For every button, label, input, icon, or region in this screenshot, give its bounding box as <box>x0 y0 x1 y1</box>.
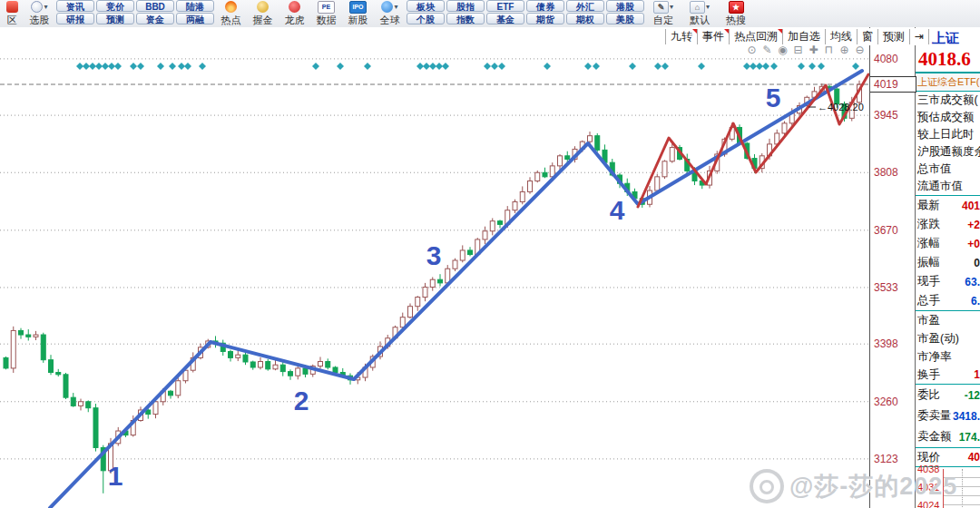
toolbar-label-数据[interactable]: 数据 <box>317 14 337 26</box>
toolbar-item-期权[interactable]: 外汇期权 <box>565 0 605 24</box>
signal-diamond-icon <box>199 63 206 70</box>
chart-tab-热点回溯[interactable]: 热点回溯 <box>729 29 782 44</box>
toolbar-item-研报[interactable]: 资讯研报 <box>55 0 95 24</box>
toolbar-button-股指[interactable]: 股指 <box>446 0 485 12</box>
hand-icon[interactable]: ✚ <box>808 44 819 56</box>
toolbar-button-债券[interactable]: 债券 <box>526 0 564 12</box>
toolbar-label-握金[interactable]: 握金 <box>253 14 273 26</box>
dropdown-caret-icon[interactable]: ▾ <box>44 3 47 12</box>
toolbar-button-BBD[interactable]: BBD <box>136 0 174 12</box>
chart-tab-预测[interactable]: 预测 <box>877 29 909 44</box>
lock-icon[interactable]: ⊓ <box>823 44 835 56</box>
chart-tab-均线[interactable]: 均线 <box>825 29 857 44</box>
quote-label: 较上日此时 <box>917 127 975 142</box>
chart-tab-九转[interactable]: 九转 <box>665 29 697 44</box>
etf-link[interactable]: 上证综合ETF( <box>916 72 980 92</box>
toolbar-item-默认[interactable]: ⌂▾默认 <box>681 0 718 26</box>
toolbar-item-握金[interactable]: 握金 <box>247 0 279 26</box>
candle <box>273 365 278 369</box>
trash-icon[interactable]: ⊟ <box>792 44 804 56</box>
toolbar-label-热搜[interactable]: 热搜 <box>726 14 746 26</box>
toolbar-label-基金[interactable]: 基金 <box>486 13 524 24</box>
hot-icon[interactable]: ★ <box>729 1 744 14</box>
toolbar-button-板块[interactable]: 板块 <box>407 0 445 12</box>
zoom-in-icon[interactable]: ⊕ <box>838 44 850 56</box>
toolbar-item-个股[interactable]: 板块个股 <box>406 0 446 24</box>
tool-icon[interactable]: ✎ <box>653 1 669 14</box>
toolbar-button-资讯[interactable]: 资讯 <box>56 0 94 12</box>
toolbar-label-自定[interactable]: 自定 <box>653 14 673 26</box>
toolbar-label-期货[interactable]: 期货 <box>526 13 564 24</box>
dropdown-caret-icon[interactable]: ▾ <box>670 3 673 12</box>
signal-diamond-icon <box>818 63 825 70</box>
toolbar-label-区[interactable]: 区 <box>7 14 17 26</box>
toolbar-button-港股[interactable]: 港股 <box>606 0 644 12</box>
candle <box>64 375 68 397</box>
chart-tab-事件[interactable]: 事件 <box>697 29 729 44</box>
gold-icon[interactable] <box>257 1 269 13</box>
flame-icon[interactable] <box>225 1 237 13</box>
toolbar-item-指数[interactable]: 股指指数 <box>446 0 485 24</box>
pencil-icon[interactable]: ✎ <box>761 44 773 56</box>
toolbar-label-两融[interactable]: 两融 <box>176 13 214 24</box>
dropdown-caret-icon[interactable]: ▾ <box>706 3 710 12</box>
chart-tab-加自选[interactable]: 加自选 <box>782 29 825 44</box>
quote-row-最新: 最新401 <box>916 196 980 215</box>
signal-diamond-icon <box>137 63 144 70</box>
toolbar-button-陆港[interactable]: 陆港 <box>176 0 214 12</box>
candlestick-chart[interactable]: 12345←4028.20←3040.69 <box>0 27 869 508</box>
ipo-icon[interactable]: IPO <box>349 1 367 14</box>
toolbar-label-美股[interactable]: 美股 <box>606 13 644 24</box>
zoom-out-icon[interactable]: ⊖ <box>854 44 866 56</box>
toolbar-label-个股[interactable]: 个股 <box>407 13 445 24</box>
toolbar-label-新股[interactable]: 新股 <box>348 14 368 26</box>
toolbar-item-自定[interactable]: ✎▾自定 <box>645 0 681 26</box>
candle <box>79 402 83 406</box>
toolbar-item-数据[interactable]: PE数据 <box>310 0 342 26</box>
toolbar-item-全球[interactable]: ▾全球 <box>374 0 406 26</box>
toolbar-item-资金[interactable]: BBD资金 <box>135 0 175 24</box>
toolbar-label-资金[interactable]: 资金 <box>136 13 174 24</box>
toolbar-label-预测[interactable]: 预测 <box>96 13 134 24</box>
toolbar-label-期权[interactable]: 期权 <box>566 13 604 24</box>
toolbar-button-ETF[interactable]: ETF <box>486 0 524 12</box>
toolbar-label-热点[interactable]: 热点 <box>221 14 241 26</box>
tool-icon[interactable]: ⌂ <box>690 1 705 14</box>
toolbar-item-热搜[interactable]: ★热搜 <box>718 0 754 26</box>
quote-rows: 三市成交额(预估成交额较上日此时沪股通额度余总市值流通市值最新401涨跌+2涨幅… <box>916 92 980 467</box>
toolbar-item-选股[interactable]: ▾选股 <box>24 0 55 26</box>
chart-tab-窗[interactable]: 窗 <box>857 29 877 44</box>
quote-row-委比: 委比-12 <box>916 385 980 405</box>
wave-label-4: 4 <box>610 195 625 225</box>
toolbar-label-指数[interactable]: 指数 <box>446 13 485 24</box>
toolbar-item-两融[interactable]: 陆港两融 <box>175 0 215 24</box>
candle <box>19 330 24 335</box>
toolbar-item-美股[interactable]: 港股美股 <box>605 0 645 24</box>
dragon-icon[interactable] <box>289 1 300 13</box>
toolbar-button-竞价[interactable]: 竞价 <box>96 0 134 12</box>
toolbar-label-龙虎[interactable]: 龙虎 <box>285 14 305 26</box>
eye-icon[interactable]: ◉ <box>777 44 789 56</box>
redchart-icon[interactable] <box>6 1 18 13</box>
pe-icon[interactable]: PE <box>318 1 335 14</box>
toolbar-item-热点[interactable]: 热点 <box>215 0 247 26</box>
toolbar-item-区[interactable]: 区 <box>0 0 24 26</box>
toolbar-item-新股[interactable]: IPO新股 <box>342 0 374 26</box>
toolbar-item-期货[interactable]: 债券期货 <box>525 0 565 24</box>
toolbar-label-全球[interactable]: 全球 <box>380 14 400 26</box>
dropdown-caret-icon[interactable]: ▾ <box>394 3 397 12</box>
globe-icon[interactable] <box>381 1 393 13</box>
gear-icon[interactable]: ⊙ <box>746 44 758 56</box>
toolbar-label-选股[interactable]: 选股 <box>30 14 50 26</box>
toolbar-label-默认[interactable]: 默认 <box>690 14 710 26</box>
toolbar-label-研报[interactable]: 研报 <box>56 13 94 24</box>
chart-tab-⇥[interactable]: ⇥ <box>909 29 929 44</box>
toolbar-item-龙虎[interactable]: 龙虎 <box>279 0 310 26</box>
qchart-icon[interactable] <box>31 1 43 13</box>
toolbar-item-基金[interactable]: ETF基金 <box>485 0 525 24</box>
toolbar-button-外汇[interactable]: 外汇 <box>566 0 604 12</box>
quote-label: 换手 <box>917 367 940 383</box>
signal-diamond-icon <box>629 63 636 70</box>
toolbar-item-预测[interactable]: 竞价预测 <box>95 0 135 24</box>
candle <box>513 201 517 210</box>
